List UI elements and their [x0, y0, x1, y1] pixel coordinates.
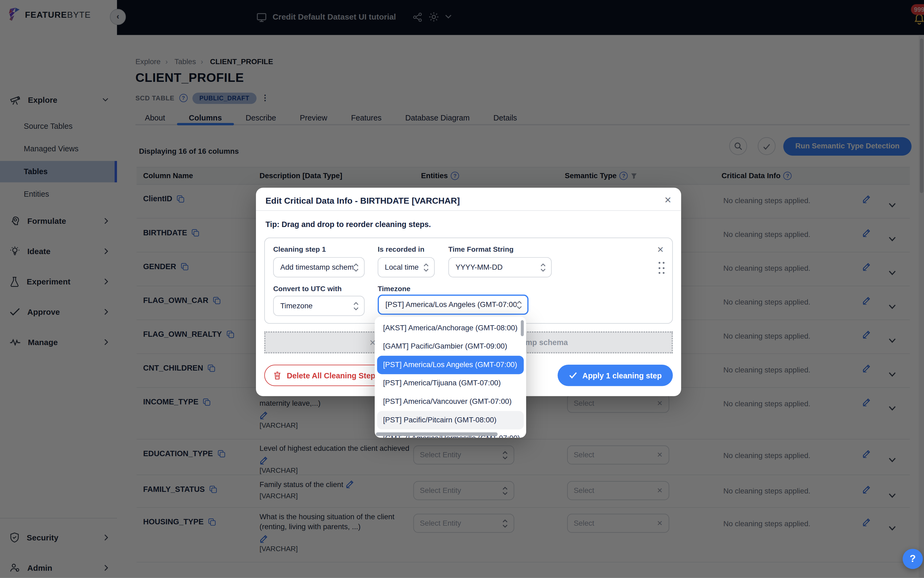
check-icon — [569, 372, 577, 379]
app-viewport: FEATUREBYTE ExploreSource TablesManaged … — [0, 0, 924, 578]
timezone-option[interactable]: [AKST] America/Anchorage (GMT-08:00) — [377, 319, 524, 338]
recorded-in-label: Is recorded in — [378, 245, 425, 253]
timezone-label: Timezone — [378, 284, 410, 293]
modal-tip: Tip: Drag and drop to reorder cleaning s… — [265, 220, 431, 229]
drag-handle-icon[interactable] — [659, 262, 665, 275]
convert-to-utc-label: Convert to UTC with — [273, 284, 342, 293]
timezone-select[interactable]: [PST] America/Los Angeles (GMT-07:00) — [378, 295, 528, 315]
timezone-dropdown-list: [AKST] America/Anchorage (GMT-08:00)[GAM… — [375, 317, 526, 438]
modal-divider — [256, 210, 681, 211]
timezone-option[interactable]: [PST] Pacific/Pitcairn (GMT-08:00) — [377, 411, 524, 430]
help-button[interactable]: ? — [903, 549, 922, 569]
time-format-select[interactable]: YYYY-MM-DD — [448, 257, 551, 277]
modal-close-icon[interactable]: ✕ — [664, 195, 672, 206]
select-chevrons-icon — [517, 300, 522, 309]
select-chevrons-icon — [353, 263, 359, 271]
select-chevrons-icon — [423, 263, 429, 271]
convert-to-utc-select[interactable]: Timezone — [273, 296, 365, 316]
select-chevrons-icon — [540, 263, 546, 271]
timezone-option[interactable]: [PST] America/Vancouver (GMT-07:00) — [377, 393, 524, 411]
remove-cleaning-step-icon[interactable]: ✕ — [657, 245, 664, 254]
cleaning-step-card: Cleaning step 1 Add timestamp schema Is … — [264, 237, 673, 324]
dropdown-horizontal-scrollbar-thumb[interactable] — [376, 432, 498, 436]
timezone-option[interactable]: [PST] America/Tijuana (GMT-07:00) — [377, 374, 524, 393]
select-chevrons-icon — [353, 301, 359, 310]
timezone-option[interactable]: [PST] America/Los Angeles (GMT-07:00) — [377, 356, 524, 374]
dropdown-vertical-scrollbar-thumb[interactable] — [521, 320, 524, 336]
cleaning-step-select[interactable]: Add timestamp schema — [273, 257, 365, 277]
timezone-option[interactable]: [GAMT] Pacific/Gambier (GMT-09:00) — [377, 337, 524, 356]
cleaning-step-label: Cleaning step 1 — [273, 245, 326, 253]
modal-title: Edit Critical Data Info - BIRTHDATE [VAR… — [265, 196, 460, 205]
apply-cleaning-step-button[interactable]: Apply 1 cleaning step — [558, 365, 673, 386]
recorded-in-select[interactable]: Local time — [378, 257, 434, 277]
trash-icon — [273, 371, 281, 380]
time-format-label: Time Format String — [448, 245, 514, 253]
